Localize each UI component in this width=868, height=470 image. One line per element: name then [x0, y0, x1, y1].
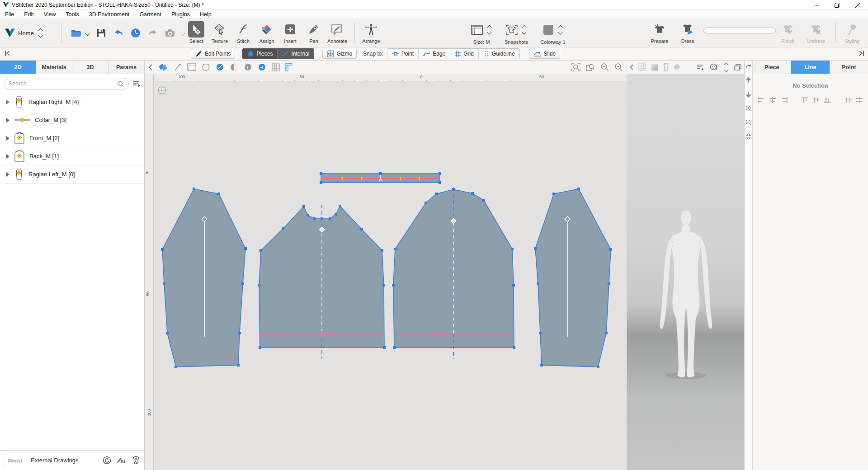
avatar-spinner[interactable]: [723, 63, 729, 71]
collapse-avatar-panel-icon[interactable]: [630, 64, 633, 70]
home-menu-button[interactable]: Home: [18, 30, 34, 37]
snapshots-control[interactable]: Snapshots: [499, 21, 533, 45]
snap-guideline-button[interactable]: Guideline: [479, 49, 519, 59]
tab-materials[interactable]: Materials: [36, 61, 72, 74]
save-button[interactable]: [94, 25, 109, 41]
orbit-view-icon[interactable]: [745, 63, 752, 70]
piece-outline-icon[interactable]: [202, 63, 210, 71]
menu-tools[interactable]: Tools: [61, 10, 84, 19]
tab-3d[interactable]: 3D: [72, 61, 108, 74]
snapshots-spinner[interactable]: [521, 26, 527, 34]
move-up-icon[interactable]: [745, 77, 752, 84]
sort-filter-icon[interactable]: [132, 80, 141, 87]
open-file-button[interactable]: [69, 25, 84, 41]
floor-grid-icon[interactable]: [638, 63, 646, 71]
gizmo-button[interactable]: Gizmo: [322, 49, 357, 59]
menu-file[interactable]: File: [0, 10, 19, 19]
minimize-button[interactable]: [806, 0, 826, 10]
close-button[interactable]: [847, 0, 868, 10]
pattern-piece-collar[interactable]: [321, 174, 440, 183]
insert-tool[interactable]: Insert: [278, 21, 302, 44]
snap-edge-button[interactable]: Edge: [419, 49, 450, 59]
menu-plugins[interactable]: Plugins: [166, 10, 195, 19]
undress-button[interactable]: Undress: [804, 21, 828, 44]
move-down-icon[interactable]: [745, 91, 752, 98]
tree-item-raglan-right[interactable]: Raglan Right_M [4]: [0, 93, 144, 111]
distribute-v-icon[interactable]: [855, 96, 863, 103]
show-ai-icon[interactable]: Ai: [132, 456, 141, 465]
snap-point-button[interactable]: Point: [387, 49, 419, 59]
expand-arrow-icon[interactable]: [6, 172, 9, 177]
tree-item-raglan-left[interactable]: Raglan Left_M [0]: [0, 165, 144, 183]
edit-ai-icon[interactable]: Ai: [117, 456, 126, 465]
pieces-mode-button[interactable]: Pieces: [243, 49, 278, 59]
expand-arrow-icon[interactable]: [6, 118, 9, 122]
zoom-region-icon[interactable]: [586, 63, 595, 71]
internal-mode-button[interactable]: Internal: [278, 49, 314, 59]
select-tool[interactable]: Select: [184, 21, 208, 44]
size-control[interactable]: Size: M: [466, 21, 497, 45]
refresh-drawings-icon[interactable]: [103, 456, 111, 465]
tab-params[interactable]: Params: [108, 61, 144, 74]
canvas-compass-icon[interactable]: [158, 87, 165, 94]
size-spinner[interactable]: [486, 26, 492, 34]
dress-button[interactable]: Dress: [675, 21, 700, 44]
align-left-icon[interactable]: [757, 96, 765, 103]
zoom-fit-icon[interactable]: [571, 63, 580, 71]
tab-point[interactable]: Point: [830, 61, 868, 74]
expand-arrow-icon[interactable]: [6, 136, 9, 141]
open-file-dropdown[interactable]: [86, 29, 89, 37]
align-bottom-icon[interactable]: [823, 96, 831, 103]
styling-button[interactable]: Styling: [840, 21, 864, 44]
menu-garment[interactable]: Garment: [134, 10, 166, 19]
tab-piece[interactable]: Piece: [753, 61, 791, 74]
menu-3d-environment[interactable]: 3D Environment: [84, 10, 135, 19]
avatar-ruler-icon[interactable]: [664, 63, 668, 71]
measure-ruler-icon[interactable]: [285, 63, 293, 71]
menu-view[interactable]: View: [39, 10, 61, 19]
grain-direction-icon[interactable]: [258, 63, 266, 71]
pattern-piece-back[interactable]: [393, 188, 514, 359]
piece-info-icon[interactable]: i: [244, 63, 252, 71]
pattern-piece-raglan-left[interactable]: [535, 189, 611, 367]
zoom-in-icon[interactable]: [600, 63, 609, 71]
edit-points-button[interactable]: Edit Points: [191, 49, 235, 59]
avatar-options-icon[interactable]: [696, 64, 704, 70]
pen-tool[interactable]: Pen: [302, 21, 326, 44]
assign-tool[interactable]: Assign: [255, 21, 279, 44]
zoom-out-3d-icon[interactable]: [745, 119, 752, 126]
expand-toolbar-icon[interactable]: [858, 50, 864, 58]
finish-button[interactable]: Finish: [776, 21, 800, 44]
sizes-view-icon[interactable]: [187, 63, 196, 71]
slide-button[interactable]: Slide: [529, 49, 561, 59]
align-right-icon[interactable]: [780, 96, 788, 103]
tab-line[interactable]: Line: [791, 61, 830, 74]
align-center-h-icon[interactable]: [769, 96, 777, 103]
tree-item-collar[interactable]: Collar_M [3]: [0, 111, 144, 129]
render-quality-icon[interactable]: [673, 64, 681, 70]
tree-item-back[interactable]: Back_M [1]: [0, 147, 144, 165]
prepare-button[interactable]: Prepare: [647, 21, 672, 44]
avatar-viewport[interactable]: [627, 74, 744, 470]
texture-tool[interactable]: Texture: [208, 21, 232, 44]
snap-grid-button[interactable]: Grid: [450, 49, 479, 59]
collapse-panel-icon[interactable]: [148, 64, 152, 70]
expand-arrow-icon[interactable]: [6, 100, 9, 104]
snapshot-camera-button[interactable]: [162, 25, 178, 41]
stitches-view-icon[interactable]: [173, 63, 182, 71]
tab-2d[interactable]: 2D: [0, 61, 36, 74]
avatar-select-icon[interactable]: [709, 63, 718, 71]
zoom-out-icon[interactable]: [614, 63, 623, 71]
half-piece-icon[interactable]: [230, 63, 238, 71]
menu-edit[interactable]: Edit: [19, 10, 39, 19]
align-top-icon[interactable]: [801, 96, 809, 103]
zoom-in-3d-icon[interactable]: [745, 105, 752, 112]
maximize-button[interactable]: [826, 0, 847, 10]
distribute-h-icon[interactable]: [844, 96, 852, 103]
arrange-tool[interactable]: Arrange: [359, 21, 383, 44]
collapse-toolbar-icon[interactable]: [5, 50, 11, 58]
external-drawing-thumbnail[interactable]: (Empty): [4, 453, 26, 468]
grid-view-icon[interactable]: [272, 63, 280, 71]
colorway-control[interactable]: Colorway 1: [535, 21, 571, 45]
tree-item-front[interactable]: Front_M [2]: [0, 129, 144, 147]
